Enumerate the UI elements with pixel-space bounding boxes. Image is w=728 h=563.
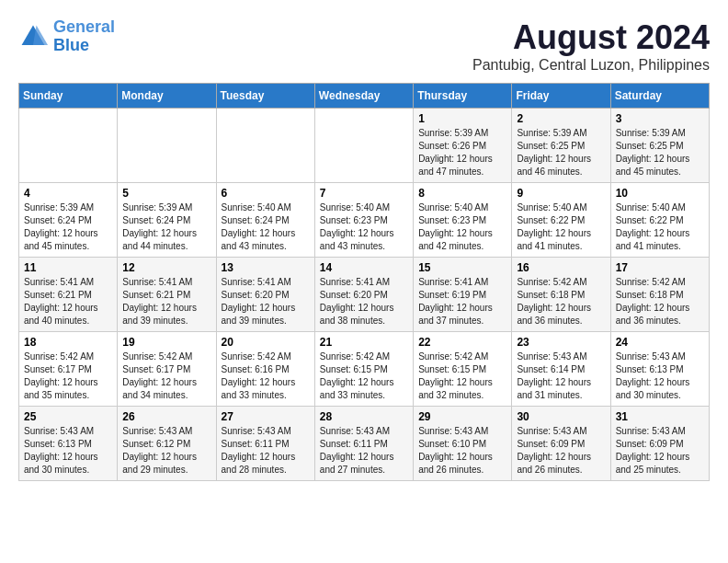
day-info: Sunrise: 5:42 AM Sunset: 6:15 PM Dayligh… <box>320 350 408 402</box>
day-info: Sunrise: 5:40 AM Sunset: 6:23 PM Dayligh… <box>418 201 506 253</box>
day-info: Sunrise: 5:39 AM Sunset: 6:24 PM Dayligh… <box>122 201 210 253</box>
day-number: 15 <box>418 261 506 274</box>
day-number: 11 <box>24 261 112 274</box>
calendar-week-row: 18Sunrise: 5:42 AM Sunset: 6:17 PM Dayli… <box>19 332 710 407</box>
day-number: 14 <box>320 261 408 274</box>
day-number: 24 <box>616 336 704 349</box>
day-info: Sunrise: 5:41 AM Sunset: 6:19 PM Dayligh… <box>418 276 506 327</box>
logo-text: General Blue <box>53 18 115 55</box>
calendar-week-row: 25Sunrise: 5:43 AM Sunset: 6:13 PM Dayli… <box>19 407 710 481</box>
days-of-week-row: SundayMondayTuesdayWednesdayThursdayFrid… <box>19 84 710 109</box>
calendar-cell: 12Sunrise: 5:41 AM Sunset: 6:21 PM Dayli… <box>118 258 216 332</box>
calendar-cell: 30Sunrise: 5:43 AM Sunset: 6:09 PM Dayli… <box>512 407 610 481</box>
page-header: General Blue August 2024 Pantubig, Centr… <box>18 18 710 74</box>
day-number: 13 <box>222 261 310 274</box>
logo-icon <box>18 22 48 52</box>
calendar-cell: 16Sunrise: 5:42 AM Sunset: 6:18 PM Dayli… <box>512 258 610 332</box>
day-of-week-header: Thursday <box>414 84 512 109</box>
day-number: 29 <box>418 410 506 423</box>
calendar-cell: 15Sunrise: 5:41 AM Sunset: 6:19 PM Dayli… <box>414 258 512 332</box>
calendar-cell <box>314 109 413 183</box>
calendar-cell: 2Sunrise: 5:39 AM Sunset: 6:25 PM Daylig… <box>512 109 610 183</box>
day-info: Sunrise: 5:41 AM Sunset: 6:21 PM Dayligh… <box>122 276 210 327</box>
calendar-cell: 28Sunrise: 5:43 AM Sunset: 6:11 PM Dayli… <box>314 407 413 481</box>
calendar-cell: 27Sunrise: 5:43 AM Sunset: 6:11 PM Dayli… <box>216 407 314 481</box>
svg-marker-1 <box>33 25 48 44</box>
day-info: Sunrise: 5:41 AM Sunset: 6:21 PM Dayligh… <box>24 276 112 327</box>
day-info: Sunrise: 5:40 AM Sunset: 6:23 PM Dayligh… <box>320 201 408 253</box>
calendar-cell: 17Sunrise: 5:42 AM Sunset: 6:18 PM Dayli… <box>610 258 709 332</box>
calendar-cell: 4Sunrise: 5:39 AM Sunset: 6:24 PM Daylig… <box>19 183 118 258</box>
calendar-cell: 7Sunrise: 5:40 AM Sunset: 6:23 PM Daylig… <box>314 183 413 258</box>
calendar-cell: 3Sunrise: 5:39 AM Sunset: 6:25 PM Daylig… <box>610 109 709 183</box>
day-of-week-header: Wednesday <box>314 84 413 109</box>
day-info: Sunrise: 5:43 AM Sunset: 6:11 PM Dayligh… <box>222 425 310 477</box>
day-info: Sunrise: 5:42 AM Sunset: 6:15 PM Dayligh… <box>418 350 506 402</box>
title-block: August 2024 Pantubig, Central Luzon, Phi… <box>472 18 710 74</box>
day-info: Sunrise: 5:39 AM Sunset: 6:25 PM Dayligh… <box>517 127 605 178</box>
day-info: Sunrise: 5:41 AM Sunset: 6:20 PM Dayligh… <box>320 276 408 327</box>
day-info: Sunrise: 5:42 AM Sunset: 6:17 PM Dayligh… <box>122 350 210 402</box>
day-number: 8 <box>418 187 506 200</box>
day-info: Sunrise: 5:43 AM Sunset: 6:13 PM Dayligh… <box>24 425 112 477</box>
calendar-cell: 1Sunrise: 5:39 AM Sunset: 6:26 PM Daylig… <box>414 109 512 183</box>
calendar-cell: 9Sunrise: 5:40 AM Sunset: 6:22 PM Daylig… <box>512 183 610 258</box>
calendar-cell: 14Sunrise: 5:41 AM Sunset: 6:20 PM Dayli… <box>314 258 413 332</box>
calendar-cell: 31Sunrise: 5:43 AM Sunset: 6:09 PM Dayli… <box>610 407 709 481</box>
day-number: 6 <box>222 187 310 200</box>
calendar-table: SundayMondayTuesdayWednesdayThursdayFrid… <box>18 83 710 481</box>
day-info: Sunrise: 5:42 AM Sunset: 6:18 PM Dayligh… <box>517 276 605 327</box>
day-number: 16 <box>517 261 605 274</box>
day-number: 28 <box>320 410 408 423</box>
calendar-cell: 5Sunrise: 5:39 AM Sunset: 6:24 PM Daylig… <box>118 183 216 258</box>
calendar-cell <box>216 109 314 183</box>
day-number: 17 <box>616 261 704 274</box>
day-of-week-header: Tuesday <box>216 84 314 109</box>
day-of-week-header: Sunday <box>19 84 118 109</box>
calendar-cell: 29Sunrise: 5:43 AM Sunset: 6:10 PM Dayli… <box>414 407 512 481</box>
calendar-week-row: 4Sunrise: 5:39 AM Sunset: 6:24 PM Daylig… <box>19 183 710 258</box>
day-number: 3 <box>616 112 704 125</box>
day-info: Sunrise: 5:40 AM Sunset: 6:22 PM Dayligh… <box>616 201 704 253</box>
day-number: 10 <box>616 187 704 200</box>
day-number: 31 <box>616 410 704 423</box>
day-info: Sunrise: 5:42 AM Sunset: 6:16 PM Dayligh… <box>222 350 310 402</box>
day-number: 7 <box>320 187 408 200</box>
day-number: 2 <box>517 112 605 125</box>
logo: General Blue <box>18 18 115 55</box>
day-number: 18 <box>24 336 112 349</box>
day-info: Sunrise: 5:43 AM Sunset: 6:09 PM Dayligh… <box>616 425 704 477</box>
calendar-cell: 26Sunrise: 5:43 AM Sunset: 6:12 PM Dayli… <box>118 407 216 481</box>
calendar-week-row: 1Sunrise: 5:39 AM Sunset: 6:26 PM Daylig… <box>19 109 710 183</box>
calendar-header: SundayMondayTuesdayWednesdayThursdayFrid… <box>19 84 710 109</box>
day-number: 19 <box>122 336 210 349</box>
calendar-body: 1Sunrise: 5:39 AM Sunset: 6:26 PM Daylig… <box>19 109 710 481</box>
day-info: Sunrise: 5:39 AM Sunset: 6:24 PM Dayligh… <box>24 201 112 253</box>
day-number: 1 <box>418 112 506 125</box>
day-number: 20 <box>222 336 310 349</box>
day-info: Sunrise: 5:43 AM Sunset: 6:12 PM Dayligh… <box>122 425 210 477</box>
main-title: August 2024 <box>472 18 710 57</box>
calendar-cell: 20Sunrise: 5:42 AM Sunset: 6:16 PM Dayli… <box>216 332 314 407</box>
day-info: Sunrise: 5:43 AM Sunset: 6:10 PM Dayligh… <box>418 425 506 477</box>
subtitle: Pantubig, Central Luzon, Philippines <box>472 57 710 74</box>
day-info: Sunrise: 5:41 AM Sunset: 6:20 PM Dayligh… <box>222 276 310 327</box>
calendar-cell: 6Sunrise: 5:40 AM Sunset: 6:24 PM Daylig… <box>216 183 314 258</box>
day-info: Sunrise: 5:39 AM Sunset: 6:25 PM Dayligh… <box>616 127 704 178</box>
day-info: Sunrise: 5:43 AM Sunset: 6:09 PM Dayligh… <box>517 425 605 477</box>
day-info: Sunrise: 5:43 AM Sunset: 6:14 PM Dayligh… <box>517 350 605 402</box>
calendar-cell: 21Sunrise: 5:42 AM Sunset: 6:15 PM Dayli… <box>314 332 413 407</box>
calendar-cell: 13Sunrise: 5:41 AM Sunset: 6:20 PM Dayli… <box>216 258 314 332</box>
calendar-cell: 23Sunrise: 5:43 AM Sunset: 6:14 PM Dayli… <box>512 332 610 407</box>
calendar-cell <box>118 109 216 183</box>
day-info: Sunrise: 5:42 AM Sunset: 6:17 PM Dayligh… <box>24 350 112 402</box>
day-info: Sunrise: 5:40 AM Sunset: 6:24 PM Dayligh… <box>222 201 310 253</box>
day-of-week-header: Friday <box>512 84 610 109</box>
calendar-cell: 18Sunrise: 5:42 AM Sunset: 6:17 PM Dayli… <box>19 332 118 407</box>
day-number: 27 <box>222 410 310 423</box>
day-info: Sunrise: 5:43 AM Sunset: 6:11 PM Dayligh… <box>320 425 408 477</box>
day-info: Sunrise: 5:43 AM Sunset: 6:13 PM Dayligh… <box>616 350 704 402</box>
day-number: 22 <box>418 336 506 349</box>
day-number: 21 <box>320 336 408 349</box>
calendar-cell: 22Sunrise: 5:42 AM Sunset: 6:15 PM Dayli… <box>414 332 512 407</box>
